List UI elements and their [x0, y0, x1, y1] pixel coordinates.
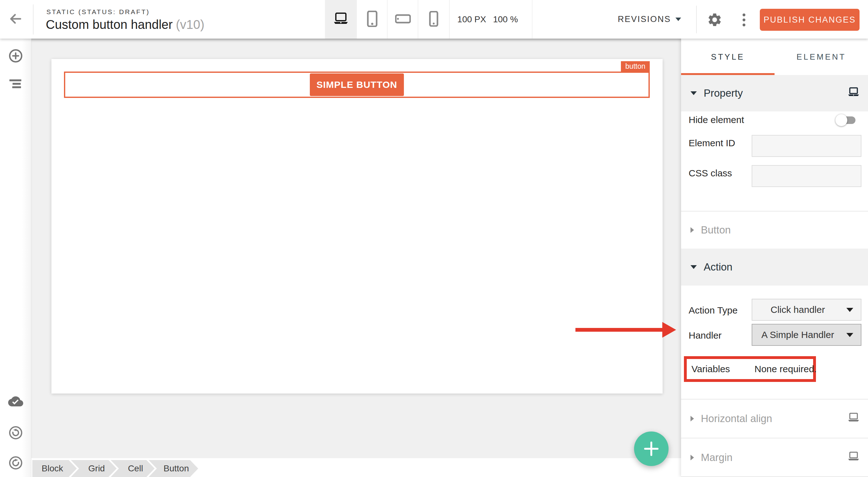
revisions-dropdown[interactable]: REVISIONS [618, 0, 681, 39]
element-id-input[interactable] [752, 135, 861, 157]
device-mobile-portrait-button[interactable] [418, 0, 449, 39]
section-property[interactable]: Property [681, 75, 868, 111]
breadcrumb-item-grid[interactable]: Grid [71, 460, 117, 477]
hide-element-toggle[interactable] [838, 116, 856, 124]
mobile-landscape-icon [395, 14, 411, 25]
divider [33, 4, 34, 34]
chevron-right-icon [690, 416, 694, 421]
panel-tabs: STYLE ELEMENT [681, 39, 868, 75]
breadcrumb: Block Grid Cell Button [31, 458, 681, 477]
device-mobile-landscape-button[interactable] [388, 0, 418, 39]
layers-button[interactable] [0, 79, 31, 93]
style-panel: STYLE ELEMENT Property Hide element Elem… [681, 39, 868, 477]
tablet-icon [367, 11, 378, 28]
simple-button-element[interactable]: SIMPLE BUTTON [310, 73, 404, 96]
chevron-down-icon [690, 265, 697, 269]
kebab-menu-icon [743, 13, 745, 26]
section-title: Action [704, 261, 733, 273]
redo-button[interactable] [0, 455, 31, 472]
variables-label: Variables [691, 364, 730, 375]
action-type-select[interactable]: Click handler [752, 299, 861, 321]
breadcrumb-item-block[interactable]: Block [32, 460, 77, 477]
laptop-icon [847, 452, 860, 464]
viewport-width-value: 100 PX [457, 14, 486, 25]
hide-element-label: Hide element [689, 115, 744, 125]
laptop-icon [847, 413, 860, 425]
add-element-button[interactable] [0, 49, 31, 64]
breadcrumb-item-cell[interactable]: Cell [111, 460, 155, 477]
viewport-size-readout: 100 PX 100 % [452, 0, 524, 39]
undo-icon [8, 425, 23, 442]
annotation-arrow-icon [576, 322, 676, 338]
layers-icon [9, 79, 22, 89]
viewport-zoom-value: 100 % [493, 14, 518, 25]
add-content-fab[interactable] [634, 431, 669, 466]
section-title: Margin [701, 452, 733, 464]
redo-icon [8, 455, 23, 472]
section-margin[interactable]: Margin [681, 438, 868, 477]
chevron-right-icon [690, 455, 694, 460]
chevron-down-icon [846, 333, 853, 337]
tab-style[interactable]: STYLE [681, 39, 775, 75]
css-class-label: CSS class [689, 168, 732, 179]
arrow-left-icon [7, 11, 23, 28]
undo-button[interactable] [0, 425, 31, 442]
element-type-badge: button [621, 61, 650, 71]
save-status-indicator [0, 395, 31, 409]
laptop-icon [847, 87, 860, 99]
laptop-icon [333, 12, 349, 27]
mobile-portrait-icon [429, 11, 438, 28]
cloud-check-icon [7, 395, 24, 409]
selected-element-outline[interactable]: button SIMPLE BUTTON [64, 71, 650, 98]
section-action[interactable]: Action [681, 248, 868, 286]
section-title: Button [701, 224, 731, 236]
preview-page[interactable]: button SIMPLE BUTTON [52, 59, 662, 393]
section-horizontal-align[interactable]: Horizontal align [681, 399, 868, 438]
section-title: Horizontal align [701, 413, 772, 425]
publish-changes-button[interactable]: PUBLISH CHANGES [760, 9, 860, 31]
divider [449, 0, 450, 39]
breadcrumb-item-button[interactable]: Button [149, 460, 198, 477]
chevron-right-icon [690, 227, 694, 233]
divider [532, 0, 532, 39]
chevron-down-icon [846, 308, 853, 312]
section-button[interactable]: Button [681, 211, 868, 248]
add-circle-icon [8, 49, 23, 64]
page-title-text: Custom button handler [46, 18, 173, 31]
chevron-down-icon [690, 91, 697, 95]
back-button[interactable] [6, 11, 25, 28]
version-label: (v10) [176, 18, 205, 31]
toggle-knob [835, 114, 847, 126]
section-title: Property [704, 87, 743, 99]
css-class-input[interactable] [752, 165, 861, 187]
handler-label: Handler [689, 330, 721, 341]
divider [696, 6, 697, 33]
handler-select[interactable]: A Simple Handler [752, 324, 861, 346]
gear-icon [707, 23, 722, 29]
revisions-label: REVISIONS [618, 14, 671, 24]
variables-value: None required. [754, 364, 816, 375]
settings-button[interactable] [707, 12, 722, 28]
page-title: Custom button handler(v10) [46, 18, 205, 32]
device-tablet-button[interactable] [357, 0, 388, 39]
content-status-label: STATIC (STATUS: DRAFT) [46, 8, 150, 16]
app-window: STATIC (STATUS: DRAFT) Custom button han… [0, 0, 868, 477]
more-options-button[interactable] [739, 11, 749, 28]
device-desktop-button[interactable] [326, 0, 356, 39]
action-type-value: Click handler [771, 304, 825, 315]
topbar: STATIC (STATUS: DRAFT) Custom button han… [0, 0, 868, 39]
action-type-label: Action Type [689, 305, 738, 316]
tab-element[interactable]: ELEMENT [775, 39, 868, 75]
editor-canvas[interactable]: button SIMPLE BUTTON Block Grid Cell But… [31, 39, 681, 477]
left-sidebar [0, 39, 31, 477]
annotation-highlight-box: Variables None required. [684, 356, 816, 382]
element-id-label: Element ID [689, 138, 735, 148]
chevron-down-icon [676, 18, 681, 21]
handler-value: A Simple Handler [762, 329, 834, 340]
